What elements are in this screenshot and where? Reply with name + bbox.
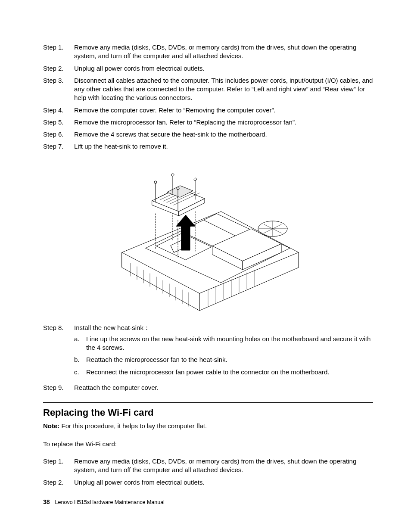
footer-page-number: 38 (43, 498, 50, 505)
step-text: Remove the 4 screws that secure the heat… (74, 130, 373, 139)
note-label: Note: (43, 422, 59, 429)
step-4: Step 4. Remove the computer cover. Refer… (43, 106, 373, 115)
section-step-1: Step 1. Remove any media (disks, CDs, DV… (43, 457, 373, 475)
step-text: Disconnect all cables attached to the co… (74, 76, 373, 103)
step-text: Lift up the heat-sink to remove it. (74, 142, 373, 151)
step-label: Step 4. (43, 106, 74, 115)
step-3: Step 3. Disconnect all cables attached t… (43, 76, 373, 103)
svg-point-51 (171, 174, 174, 176)
sub-label: b. (74, 355, 86, 364)
step-text: Unplug all power cords from electrical o… (74, 64, 373, 73)
step-text-span: Install the new heat-sink： (74, 324, 150, 331)
step-8: Step 8. Install the new heat-sink： a. Li… (43, 324, 373, 380)
step-5: Step 5. Remove the microprocessor fan. R… (43, 118, 373, 127)
substep-a: a. Line up the screws on the new heat-si… (74, 335, 373, 352)
step-text: Remove the microprocessor fan. Refer to … (74, 118, 373, 127)
step-9: Step 9. Reattach the computer cover. (43, 383, 373, 392)
section-step-2: Step 2. Unplug all power cords from elec… (43, 478, 373, 487)
sub-text: Line up the screws on the new heat-sink … (86, 335, 373, 352)
step-label: Step 5. (43, 118, 74, 127)
section-divider (43, 402, 373, 403)
page-container: Step 1. Remove any media (disks, CDs, DV… (0, 0, 411, 532)
step-7: Step 7. Lift up the heat-sink to remove … (43, 142, 373, 151)
note-paragraph: Note: For this procedure, it helps to la… (43, 422, 373, 430)
step-text: Unplug all power cords from electrical o… (74, 478, 373, 487)
svg-marker-56 (181, 224, 190, 250)
step-text: Remove any media (disks, CDs, DVDs, or m… (74, 457, 373, 475)
svg-marker-57 (176, 215, 195, 226)
sub-label: c. (74, 368, 86, 376)
step-text: Remove any media (disks, CDs, DVDs, or m… (74, 43, 373, 61)
steps-list-upper: Step 1. Remove any media (disks, CDs, DV… (43, 43, 373, 151)
step-text: Remove the computer cover. Refer to “Rem… (74, 106, 373, 115)
step-label: Step 6. (43, 130, 74, 139)
section-steps: Step 1. Remove any media (disks, CDs, DV… (43, 457, 373, 487)
footer-title: Lenovo H515sHardware Maintenance Manual (55, 499, 165, 505)
step-2: Step 2. Unplug all power cords from elec… (43, 64, 373, 73)
sub-text: Reattach the microprocessor fan to the h… (86, 355, 373, 364)
step-label: Step 3. (43, 76, 74, 103)
heatsink-computer-diagram (105, 156, 311, 318)
intro-text: To replace the Wi-Fi card: (43, 440, 373, 448)
step-label: Step 2. (43, 478, 74, 487)
step-1: Step 1. Remove any media (disks, CDs, DV… (43, 43, 373, 61)
substeps: a. Line up the screws on the new heat-si… (74, 335, 373, 376)
step-label: Step 1. (43, 43, 74, 61)
substep-b: b. Reattach the microprocessor fan to th… (74, 355, 373, 364)
step-label: Step 1. (43, 457, 74, 475)
note-text: For this procedure, it helps to lay the … (59, 422, 207, 429)
step-label: Step 9. (43, 383, 74, 392)
page-footer: 38Lenovo H515sHardware Maintenance Manua… (43, 498, 165, 506)
sub-text: Reconnect the microprocessor fan power c… (86, 368, 373, 376)
svg-point-53 (194, 178, 196, 180)
step-6: Step 6. Remove the 4 screws that secure … (43, 130, 373, 139)
steps-list-lower: Step 8. Install the new heat-sink： a. Li… (43, 324, 373, 392)
step-label: Step 7. (43, 142, 74, 151)
svg-point-49 (154, 181, 157, 184)
step-label: Step 8. (43, 324, 74, 380)
step-text: Install the new heat-sink： a. Line up th… (74, 324, 373, 380)
substep-c: c. Reconnect the microprocessor fan powe… (74, 368, 373, 376)
section-title: Replacing the Wi-Fi card (43, 406, 373, 419)
step-text: Reattach the computer cover. (74, 383, 373, 392)
step-label: Step 2. (43, 64, 74, 73)
sub-label: a. (74, 335, 86, 352)
